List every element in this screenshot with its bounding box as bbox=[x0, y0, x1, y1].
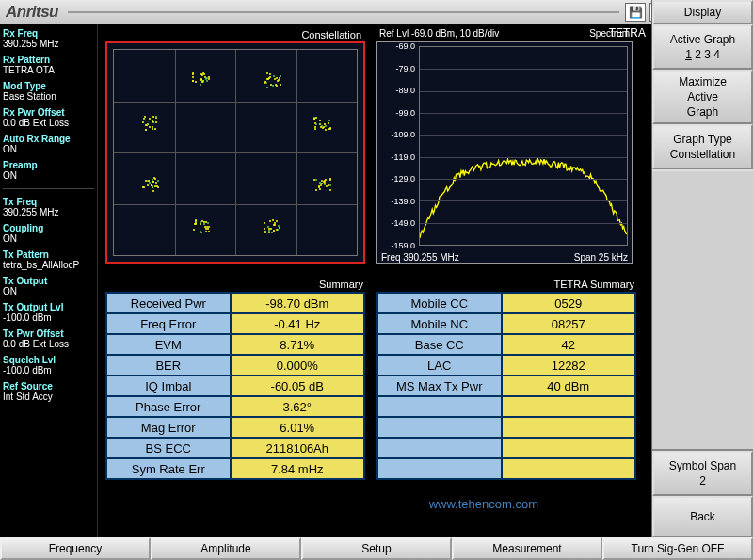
param-label: Coupling bbox=[3, 223, 94, 233]
param-coupling[interactable]: CouplingON bbox=[3, 223, 94, 244]
param-ref-source[interactable]: Ref SourceInt Std Accy bbox=[3, 381, 94, 402]
header-divider bbox=[68, 11, 619, 13]
table-row: Freq Error-0.41 Hz bbox=[106, 313, 364, 334]
softkey-spacer bbox=[652, 169, 753, 451]
menu-setup[interactable]: Setup bbox=[301, 537, 452, 560]
summary-value: 0529 bbox=[502, 293, 635, 313]
param-label: Tx Pwr Offset bbox=[3, 328, 94, 339]
summary-key: Mag Error bbox=[106, 417, 231, 438]
param-label: Auto Rx Range bbox=[3, 134, 94, 144]
graphs-row: Constellation Ref Lvl -69.0 dBm, 10 dB/d… bbox=[98, 24, 651, 269]
param-label: Rx Pwr Offset bbox=[3, 107, 94, 118]
param-value: ON bbox=[3, 286, 94, 296]
softkey-graph-type[interactable]: Graph Type Constellation bbox=[652, 124, 753, 169]
softkey-symbol-span[interactable]: Symbol Span 2 bbox=[652, 451, 753, 496]
softkey-active-graph-value: 1 2 3 4 bbox=[656, 48, 749, 61]
param-squelch-lvl[interactable]: Squelch Lvl-100.0 dBm bbox=[3, 355, 94, 376]
constellation-grid bbox=[113, 49, 358, 256]
summary-empty bbox=[502, 438, 635, 458]
param-mod-type[interactable]: Mod TypeBase Station bbox=[3, 81, 94, 102]
table-row: EVM8.71% bbox=[106, 334, 364, 355]
constellation-graph[interactable]: Constellation bbox=[105, 41, 365, 264]
table-row: Mobile CC0529 bbox=[377, 293, 635, 313]
param-value: TETRA OTA bbox=[3, 65, 94, 75]
summary-key: IQ Imbal bbox=[106, 376, 231, 396]
param-value: 390.255 MHz bbox=[3, 207, 94, 217]
summary-value: -0.41 Hz bbox=[231, 313, 364, 334]
summary-value: -98.70 dBm bbox=[231, 293, 364, 313]
title-bar: Anritsu 💾 bbox=[0, 0, 753, 24]
param-label: Rx Freq bbox=[3, 28, 94, 39]
watermark: www.tehencom.com bbox=[429, 497, 538, 511]
table-row bbox=[377, 396, 635, 417]
constellation-title: Constellation bbox=[301, 29, 361, 40]
table-row bbox=[377, 458, 635, 479]
param-rx-pattern[interactable]: Rx PatternTETRA OTA bbox=[3, 55, 94, 75]
param-value: 0.0 dB Ext Loss bbox=[3, 118, 94, 128]
param-auto-rx-range[interactable]: Auto Rx RangeON bbox=[3, 134, 94, 154]
param-tx-pwr-offset[interactable]: Tx Pwr Offset0.0 dB Ext Loss bbox=[3, 328, 94, 349]
spectrum-graph[interactable]: Ref Lvl -69.0 dBm, 10 dB/div Spectrum -6… bbox=[376, 41, 633, 264]
save-icon[interactable]: 💾 bbox=[625, 3, 646, 22]
menu-amplitude[interactable]: Amplitude bbox=[151, 537, 301, 560]
summary-value: -60.05 dB bbox=[231, 376, 364, 396]
summary-key: Phase Error bbox=[106, 396, 231, 417]
summary-right: TETRA Summary Mobile CC0529Mobile NC0825… bbox=[376, 277, 636, 480]
summary-right-table: Mobile CC0529Mobile NC08257Base CC42LAC1… bbox=[376, 292, 636, 480]
summary-key: Sym Rate Err bbox=[106, 458, 231, 479]
param-value: ON bbox=[3, 144, 94, 154]
param-label: Tx Output bbox=[3, 276, 94, 286]
menu-measurement[interactable]: Measurement bbox=[452, 537, 602, 560]
table-row: Mobile NC08257 bbox=[377, 313, 635, 334]
spectrum-grid bbox=[419, 46, 628, 246]
summary-value: 40 dBm bbox=[502, 376, 635, 396]
table-row: Mag Error6.01% bbox=[106, 417, 364, 438]
param-rx-freq[interactable]: Rx Freq390.255 MHz bbox=[3, 28, 94, 49]
table-row: IQ Imbal-60.05 dB bbox=[106, 376, 364, 396]
param-tx-pattern[interactable]: Tx Patterntetra_bs_AllAllocP bbox=[3, 249, 94, 270]
summary-value: 42 bbox=[502, 334, 635, 355]
main-area: TETRA Constellation Ref Lvl -69.0 dBm, 1… bbox=[98, 24, 651, 537]
summary-key: Mobile CC bbox=[377, 293, 502, 313]
summary-empty bbox=[502, 396, 635, 417]
summary-empty bbox=[377, 417, 502, 438]
summary-value: 8.71% bbox=[231, 334, 364, 355]
menu-frequency[interactable]: Frequency bbox=[0, 537, 151, 560]
param-rx-pwr-offset[interactable]: Rx Pwr Offset0.0 dB Ext Loss bbox=[3, 107, 94, 128]
softkey-symbol-span-value: 2 bbox=[656, 474, 749, 488]
summary-left-table: Received Pwr-98.70 dBmFreq Error-0.41 Hz… bbox=[105, 292, 365, 480]
summary-empty bbox=[502, 417, 635, 438]
softkey-column: Display Active Graph 1 2 3 4 Maximize Ac… bbox=[651, 0, 753, 537]
param-value: Int Std Accy bbox=[3, 392, 94, 402]
menu-turn-sig-gen-off[interactable]: Turn Sig-Gen OFF bbox=[602, 537, 753, 560]
table-row: Received Pwr-98.70 dBm bbox=[106, 293, 364, 313]
softkey-maximize-l2: Active bbox=[656, 90, 749, 104]
spectrum-span: Span 25 kHz bbox=[574, 252, 628, 263]
summary-key: LAC bbox=[377, 355, 502, 376]
summary-left-title: Summary bbox=[105, 277, 365, 292]
param-tx-output[interactable]: Tx OutputON bbox=[3, 276, 94, 296]
param-tx-output-lvl[interactable]: Tx Output Lvl-100.0 dBm bbox=[3, 302, 94, 323]
table-row: BER0.000% bbox=[106, 355, 364, 376]
summary-value: 6.01% bbox=[231, 417, 364, 438]
param-value: ON bbox=[3, 170, 94, 181]
bottom-menu: FrequencyAmplitudeSetupMeasurementTurn S… bbox=[0, 537, 753, 560]
summary-key: Freq Error bbox=[106, 313, 231, 334]
table-row bbox=[377, 417, 635, 438]
param-label: Tx Pattern bbox=[3, 249, 94, 260]
param-label: Tx Output Lvl bbox=[3, 302, 94, 312]
summary-key: EVM bbox=[106, 334, 231, 355]
summary-value: 7.84 mHz bbox=[231, 458, 364, 479]
softkey-active-graph[interactable]: Active Graph 1 2 3 4 bbox=[652, 24, 753, 70]
param-value: tetra_bs_AllAllocP bbox=[3, 260, 94, 270]
table-row: LAC12282 bbox=[377, 355, 635, 376]
softkey-maximize[interactable]: Maximize Active Graph bbox=[652, 70, 753, 124]
param-tx-freq[interactable]: Tx Freq390.255 MHz bbox=[3, 197, 94, 217]
summary-value: 08257 bbox=[502, 313, 635, 334]
softkey-graph-type-value: Constellation bbox=[656, 148, 749, 161]
param-preamp[interactable]: PreampON bbox=[3, 160, 94, 181]
softkey-back[interactable]: Back bbox=[652, 496, 753, 537]
softkey-display[interactable]: Display bbox=[652, 0, 753, 24]
spectrum-header: Ref Lvl -69.0 dBm, 10 dB/div Spectrum bbox=[379, 28, 630, 39]
param-sidebar: Rx Freq390.255 MHzRx PatternTETRA OTAMod… bbox=[0, 24, 98, 537]
